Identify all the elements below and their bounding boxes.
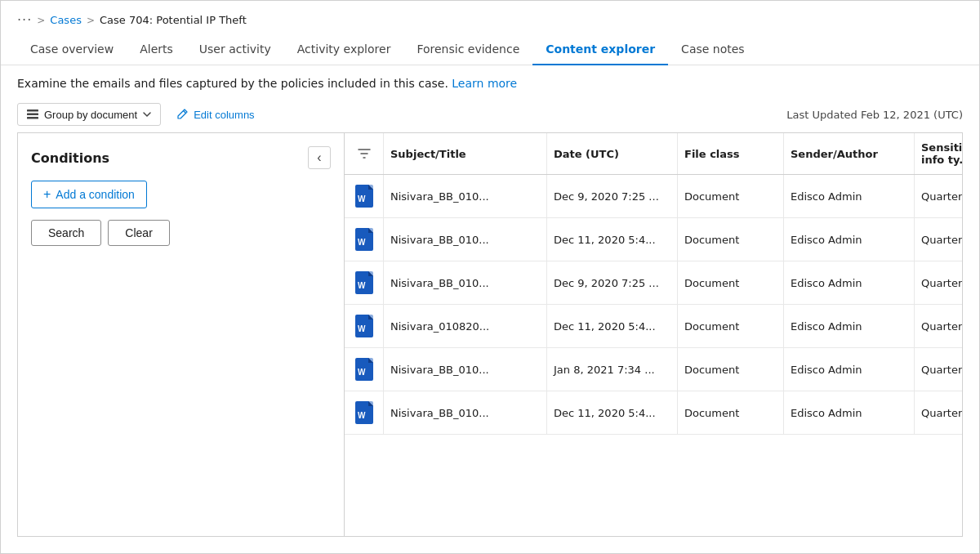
edit-icon xyxy=(176,108,189,121)
td-file-icon: W xyxy=(345,218,384,261)
search-clear-row: Search Clear xyxy=(31,220,331,246)
edit-columns-button[interactable]: Edit columns xyxy=(169,104,261,125)
table-row[interactable]: W Nisivara_BB_010...Jan 8, 2021 7:34 ...… xyxy=(345,348,962,391)
td-subject: Nisivara_BB_010... xyxy=(384,218,547,261)
tab-case-notes[interactable]: Case notes xyxy=(668,34,758,65)
svg-rect-1 xyxy=(27,114,38,116)
td-sender: Edisco Admin xyxy=(784,305,915,347)
breadcrumb-current: Case 704: Potential IP Theft xyxy=(100,14,247,26)
td-file-class: Document xyxy=(678,391,784,434)
td-date: Dec 11, 2020 5:4... xyxy=(547,391,678,434)
td-file-class: Document xyxy=(678,218,784,261)
td-file-class: Document xyxy=(678,175,784,217)
td-sender: Edisco Admin xyxy=(784,218,915,261)
table-row[interactable]: W Nisivara_BB_010...Dec 9, 2020 7:25 ...… xyxy=(345,261,962,305)
svg-text:W: W xyxy=(358,281,366,290)
tab-bar: Case overview Alerts User activity Activ… xyxy=(1,34,979,65)
td-sender: Edisco Admin xyxy=(784,175,915,217)
collapse-panel-button[interactable]: ‹ xyxy=(308,146,331,169)
table-rows: W Nisivara_BB_010...Dec 9, 2020 7:25 ...… xyxy=(345,175,962,435)
svg-rect-2 xyxy=(27,117,38,119)
td-sensitive: Quarter Year w/ ... xyxy=(915,391,962,434)
table-row[interactable]: W Nisivara_BB_010...Dec 11, 2020 5:4...D… xyxy=(345,218,962,261)
td-file-icon: W xyxy=(345,175,384,217)
rows-icon xyxy=(26,108,39,121)
word-doc-icon: W xyxy=(353,183,376,209)
filter-icon xyxy=(357,146,372,161)
td-date: Jan 8, 2021 7:34 ... xyxy=(547,348,678,391)
learn-more-link[interactable]: Learn more xyxy=(452,77,517,90)
tab-case-overview[interactable]: Case overview xyxy=(17,34,127,65)
main-content: Conditions ‹ + Add a condition Search Cl… xyxy=(17,132,963,537)
add-condition-button[interactable]: + Add a condition xyxy=(31,181,147,208)
td-file-icon: W xyxy=(345,261,384,304)
table-row[interactable]: W Nisivara_BB_010...Dec 9, 2020 7:25 ...… xyxy=(345,175,962,218)
chevron-down-icon xyxy=(142,109,152,119)
tab-forensic-evidence[interactable]: Forensic evidence xyxy=(403,34,532,65)
td-file-icon: W xyxy=(345,391,384,434)
svg-text:W: W xyxy=(358,368,366,377)
td-subject: Nisivara_BB_010... xyxy=(384,175,547,217)
conditions-title: Conditions xyxy=(31,150,109,166)
tab-activity-explorer[interactable]: Activity explorer xyxy=(284,34,404,65)
svg-text:W: W xyxy=(358,411,366,420)
td-file-icon: W xyxy=(345,348,384,391)
svg-rect-0 xyxy=(27,109,38,112)
table-row[interactable]: W Nisivara_BB_010...Dec 11, 2020 5:4...D… xyxy=(345,391,962,435)
td-sender: Edisco Admin xyxy=(784,261,915,304)
search-button[interactable]: Search xyxy=(31,220,101,246)
tab-alerts[interactable]: Alerts xyxy=(127,34,186,65)
th-icon xyxy=(345,133,384,174)
td-sensitive: Quarter Year w/ ... xyxy=(915,348,962,391)
toolbar-left: Group by document Edit columns xyxy=(17,103,261,126)
tab-content-explorer[interactable]: Content explorer xyxy=(532,34,668,65)
th-date: Date (UTC) xyxy=(547,133,678,174)
svg-text:W: W xyxy=(358,194,366,203)
toolbar: Group by document Edit columns Last Upda… xyxy=(1,98,979,132)
td-subject: Nisivara_BB_010... xyxy=(384,391,547,434)
table-header: Subject/Title Date (UTC) File class Send… xyxy=(345,133,962,175)
word-doc-icon: W xyxy=(353,313,376,339)
td-file-class: Document xyxy=(678,348,784,391)
table-row[interactable]: W Nisivara_010820...Dec 11, 2020 5:4...D… xyxy=(345,305,962,348)
tab-user-activity[interactable]: User activity xyxy=(186,34,284,65)
td-date: Dec 9, 2020 7:25 ... xyxy=(547,175,678,217)
td-sender: Edisco Admin xyxy=(784,348,915,391)
clear-button[interactable]: Clear xyxy=(108,220,169,246)
word-doc-icon: W xyxy=(353,270,376,296)
group-by-button[interactable]: Group by document xyxy=(17,103,161,126)
svg-text:W: W xyxy=(358,324,366,333)
results-area: Subject/Title Date (UTC) File class Send… xyxy=(345,133,962,536)
breadcrumb-cases-link[interactable]: Cases xyxy=(50,14,82,26)
th-subject: Subject/Title xyxy=(384,133,547,174)
td-sensitive: Quarter Year w/ ... xyxy=(915,175,962,217)
td-file-class: Document xyxy=(678,261,784,304)
td-subject: Nisivara_BB_010... xyxy=(384,261,547,304)
td-file-class: Document xyxy=(678,305,784,347)
page-description: Examine the emails and files captured by… xyxy=(1,65,979,98)
breadcrumb-sep2: > xyxy=(87,15,95,26)
conditions-header: Conditions ‹ xyxy=(31,146,331,169)
edit-columns-label: Edit columns xyxy=(194,109,254,121)
breadcrumb-dots[interactable]: ··· xyxy=(17,12,32,28)
td-subject: Nisivara_BB_010... xyxy=(384,348,547,391)
plus-icon: + xyxy=(43,187,51,202)
breadcrumb: ··· > Cases > Case 704: Potential IP The… xyxy=(1,1,979,34)
th-fileclass: File class xyxy=(678,133,784,174)
td-file-icon: W xyxy=(345,305,384,347)
group-by-label: Group by document xyxy=(44,109,137,121)
td-date: Dec 9, 2020 7:25 ... xyxy=(547,261,678,304)
td-sender: Edisco Admin xyxy=(784,391,915,434)
td-sensitive: Quarter Year w/ ... xyxy=(915,305,962,347)
td-sensitive: Quarter Year w/ ... xyxy=(915,261,962,304)
td-subject: Nisivara_010820... xyxy=(384,305,547,347)
conditions-panel: Conditions ‹ + Add a condition Search Cl… xyxy=(18,133,345,536)
svg-text:W: W xyxy=(358,238,366,247)
app-window: ··· > Cases > Case 704: Potential IP The… xyxy=(0,0,980,554)
td-date: Dec 11, 2020 5:4... xyxy=(547,305,678,347)
th-sender: Sender/Author xyxy=(784,133,915,174)
add-condition-label: Add a condition xyxy=(56,188,135,201)
word-doc-icon: W xyxy=(353,400,376,426)
breadcrumb-sep1: > xyxy=(37,15,45,26)
td-date: Dec 11, 2020 5:4... xyxy=(547,218,678,261)
